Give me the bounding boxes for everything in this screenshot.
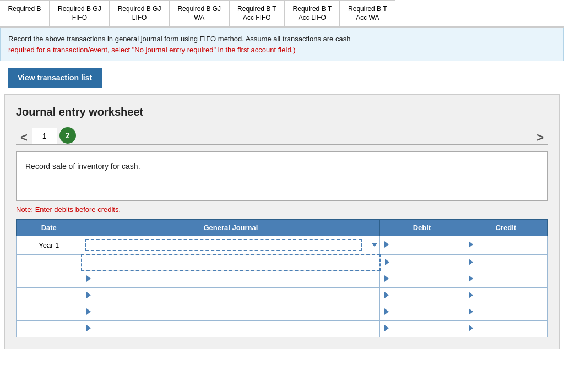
tab-required-b-gj-fifo[interactable]: Required B GJ FIFO xyxy=(50,0,110,26)
col-header-credit: Credit xyxy=(464,220,547,236)
dropdown-arrow-1[interactable] xyxy=(372,243,377,247)
gj-cell-1[interactable] xyxy=(82,236,380,255)
gj-arrow-5 xyxy=(86,308,91,315)
date-cell-5 xyxy=(17,304,82,320)
credit-cell-3[interactable] xyxy=(464,271,547,287)
col-header-date: Date xyxy=(17,220,82,236)
table-row xyxy=(17,320,548,337)
date-cell-3 xyxy=(17,271,82,287)
description-box: Record sale of inventory for cash. xyxy=(16,151,548,201)
debit-cell-6[interactable] xyxy=(380,320,464,337)
tab-required-b-gj-wa[interactable]: Required B GJ WA xyxy=(169,0,229,26)
gj-cell-5[interactable] xyxy=(82,304,380,320)
debit-arrow-1 xyxy=(384,241,389,248)
page-tab-1[interactable]: 1 xyxy=(32,128,57,144)
debit-cell-2[interactable] xyxy=(380,254,464,271)
gj-arrow-6 xyxy=(86,325,91,331)
credit-cell-1[interactable] xyxy=(464,236,547,255)
next-arrow[interactable]: > xyxy=(532,132,548,144)
tab-required-b-t-wa[interactable]: Required B T Acc WA xyxy=(340,0,395,26)
date-cell-1: Year 1 xyxy=(17,236,82,255)
credit-arrow-3 xyxy=(469,275,473,282)
gj-cell-4[interactable] xyxy=(82,287,380,304)
tab-nav-row: < 1 2 > xyxy=(16,127,548,145)
debit-arrow-5 xyxy=(384,308,389,315)
debit-arrow-2 xyxy=(385,259,389,265)
view-transaction-list-button[interactable]: View transaction list xyxy=(8,68,102,88)
debit-cell-5[interactable] xyxy=(380,304,464,320)
info-box: Record the above transactions in general… xyxy=(0,28,564,61)
table-row xyxy=(17,304,548,320)
date-cell-6 xyxy=(17,320,82,337)
col-header-gj: General Journal xyxy=(82,220,380,236)
date-cell-2 xyxy=(17,254,82,271)
table-row xyxy=(17,287,548,304)
debit-arrow-6 xyxy=(384,325,389,331)
page-tab-2[interactable]: 2 xyxy=(59,127,76,144)
tab-required-b-t-lifo[interactable]: Required B T Acc LIFO xyxy=(285,0,340,26)
debit-cell-4[interactable] xyxy=(380,287,464,304)
credit-arrow-1 xyxy=(469,241,473,248)
credit-cell-4[interactable] xyxy=(464,287,547,304)
gj-cell-3[interactable] xyxy=(82,271,380,287)
date-cell-4 xyxy=(17,287,82,304)
credit-cell-6[interactable] xyxy=(464,320,547,337)
debit-cell-1[interactable] xyxy=(380,236,464,255)
table-row: Year 1 xyxy=(17,236,548,255)
debit-cell-3[interactable] xyxy=(380,271,464,287)
debit-arrow-4 xyxy=(384,292,389,298)
prev-arrow[interactable]: < xyxy=(16,132,32,144)
tab-required-b-t-fifo[interactable]: Required B T Acc FIFO xyxy=(229,0,284,26)
gj-arrow-4 xyxy=(86,292,91,298)
tab-bar: Required B Required B GJ FIFO Required B… xyxy=(0,0,564,28)
note-text: Note: Enter debits before credits. xyxy=(16,205,548,214)
table-row xyxy=(17,271,548,287)
gj-cell-6[interactable] xyxy=(82,320,380,337)
debit-arrow-3 xyxy=(384,275,389,282)
credit-arrow-2 xyxy=(469,259,473,265)
gj-cell-2[interactable] xyxy=(82,254,380,271)
credit-arrow-5 xyxy=(469,308,473,315)
worksheet-title: Journal entry worksheet xyxy=(16,106,548,118)
tab-required-b-gj-lifo[interactable]: Required B GJ LIFO xyxy=(110,0,170,26)
worksheet-container: Journal entry worksheet < 1 2 > Record s… xyxy=(4,94,560,349)
gj-arrow-3 xyxy=(86,275,91,282)
credit-cell-5[interactable] xyxy=(464,304,547,320)
credit-arrow-4 xyxy=(469,292,473,298)
credit-cell-2[interactable] xyxy=(464,254,547,271)
tab-required-b[interactable]: Required B xyxy=(0,0,50,26)
credit-arrow-6 xyxy=(469,325,473,331)
col-header-debit: Debit xyxy=(380,220,464,236)
table-row xyxy=(17,254,548,271)
journal-table: Date General Journal Debit Credit Year 1 xyxy=(16,219,548,337)
